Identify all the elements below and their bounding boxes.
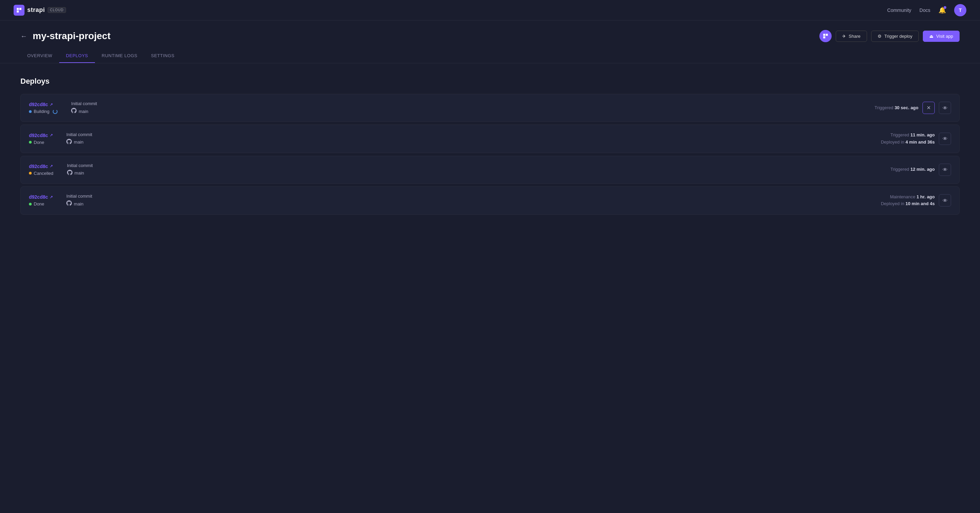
back-button[interactable]: ← xyxy=(21,33,27,40)
deploy-id-block: d92cd8c ↗ Done xyxy=(29,194,53,206)
status-text: Done xyxy=(34,140,44,145)
deploy-deployed-in-label: Deployed in 4 min and 36s xyxy=(881,140,935,145)
status-text: Cancelled xyxy=(34,171,53,176)
deploy-time: Maintenance 1 hr. ago Deployed in 10 min… xyxy=(881,194,935,208)
eye-icon: 👁 xyxy=(943,136,948,141)
commit-message: Initial commit xyxy=(66,132,92,137)
trigger-deploy-button[interactable]: ⚙ Trigger deploy xyxy=(871,31,919,42)
deploy-deployed-in-label: Deployed in 10 min and 4s xyxy=(881,201,935,206)
deploy-time: Triggered 30 sec. ago xyxy=(875,105,918,111)
view-deploy-button[interactable]: 👁 xyxy=(939,164,951,176)
github-icon xyxy=(67,170,73,176)
deploy-commit-block: Initial commit main xyxy=(67,163,93,176)
tabs: OVERVIEW DEPLOYS RUNTIME LOGS SETTINGS xyxy=(0,49,980,63)
view-deploy-button[interactable]: 👁 xyxy=(939,102,951,114)
commit-branch: main xyxy=(71,108,97,114)
external-link-icon: ↗ xyxy=(50,133,53,137)
eye-icon: 👁 xyxy=(943,198,948,203)
external-link-icon: ↗ xyxy=(50,102,53,107)
deploy-left: d92cd8c ↗ Cancelled Initial commit xyxy=(29,163,124,176)
commit-message: Initial commit xyxy=(66,194,92,199)
cloud-badge: CLOUD xyxy=(48,7,66,13)
notification-dot xyxy=(943,6,946,9)
status-dot xyxy=(29,203,32,205)
deploy-row: d92cd8c ↗ Done Initial commit xyxy=(21,186,959,215)
external-link-icon: ⏏ xyxy=(929,34,933,39)
github-icon xyxy=(71,108,76,114)
deploy-list: d92cd8c ↗ Building Initial commit xyxy=(21,94,959,214)
branch-name: main xyxy=(74,140,83,145)
status-text: Done xyxy=(34,202,44,206)
eye-icon: 👁 xyxy=(943,167,948,173)
tab-overview[interactable]: OVERVIEW xyxy=(21,49,59,63)
deploy-status: Done xyxy=(29,202,53,206)
avatar-initial: T xyxy=(959,8,962,13)
branch-name: main xyxy=(75,170,84,176)
deploy-id-link[interactable]: d92cd8c ↗ xyxy=(29,164,53,169)
deploy-status: Done xyxy=(29,140,53,145)
deploy-commit-block: Initial commit main xyxy=(66,132,92,146)
deploy-right: Triggered 12 min. ago 👁 xyxy=(891,164,951,176)
trigger-label: Triggered 12 min. ago xyxy=(891,167,935,172)
community-link[interactable]: Community xyxy=(887,8,911,13)
tab-settings[interactable]: SETTINGS xyxy=(144,49,181,63)
deploys-section-title: Deploys xyxy=(21,77,959,86)
share-button[interactable]: ✈ Share xyxy=(836,31,867,42)
tab-runtime-logs[interactable]: RUNTIME LOGS xyxy=(95,49,144,63)
deploy-right: Triggered 30 sec. ago ✕ 👁 xyxy=(875,102,951,114)
deploy-id-text: d92cd8c xyxy=(29,164,48,169)
deploy-left: d92cd8c ↗ Building Initial commit xyxy=(29,101,124,114)
status-dot xyxy=(29,141,32,144)
commit-branch: main xyxy=(66,200,92,207)
trigger-label: Maintenance 1 hr. ago xyxy=(890,194,935,199)
deploy-id-text: d92cd8c xyxy=(29,133,48,138)
topnav-left: strapi CLOUD xyxy=(14,5,66,16)
deploy-right: Triggered 11 min. ago Deployed in 4 min … xyxy=(881,132,951,146)
branch-name: main xyxy=(79,109,88,114)
user-avatar[interactable]: T xyxy=(954,4,966,16)
deploy-row: d92cd8c ↗ Done Initial commit xyxy=(21,124,959,153)
notifications-button[interactable]: 🔔 xyxy=(939,6,946,14)
docs-link[interactable]: Docs xyxy=(920,8,930,13)
commit-branch: main xyxy=(67,170,93,176)
status-text: Building xyxy=(34,109,49,114)
commit-message: Initial commit xyxy=(71,101,97,106)
commit-message: Initial commit xyxy=(67,163,93,168)
status-dot xyxy=(29,172,32,175)
deploy-status: Cancelled xyxy=(29,171,53,176)
topnav: strapi CLOUD Community Docs 🔔 T xyxy=(0,0,980,21)
project-avatar xyxy=(819,30,832,42)
building-spinner xyxy=(53,109,57,114)
logo[interactable]: strapi CLOUD xyxy=(14,5,66,16)
github-icon xyxy=(66,139,72,146)
branch-name: main xyxy=(74,202,83,206)
deploy-id-link[interactable]: d92cd8c ↗ xyxy=(29,194,53,200)
deploy-time: Triggered 12 min. ago xyxy=(891,166,935,173)
github-icon xyxy=(66,200,72,207)
strapi-logo-icon xyxy=(14,5,24,16)
external-link-icon: ↗ xyxy=(50,195,53,199)
page-title: my-strapi-project xyxy=(33,31,111,41)
deploy-id-link[interactable]: d92cd8c ↗ xyxy=(29,133,53,138)
tab-deploys[interactable]: DEPLOYS xyxy=(59,49,95,63)
deploy-id-block: d92cd8c ↗ Cancelled xyxy=(29,164,53,176)
share-label: Share xyxy=(849,34,861,39)
trigger-deploy-label: Trigger deploy xyxy=(885,34,913,39)
share-icon: ✈ xyxy=(842,34,846,39)
deploy-id-block: d92cd8c ↗ Done xyxy=(29,133,53,145)
visit-app-button[interactable]: ⏏ Visit app xyxy=(923,31,959,42)
commit-branch: main xyxy=(66,139,92,146)
page-header-left: ← my-strapi-project xyxy=(21,31,111,41)
deploy-row: d92cd8c ↗ Cancelled Initial commit xyxy=(21,156,959,184)
view-deploy-button[interactable]: 👁 xyxy=(939,194,951,206)
deploy-id-link[interactable]: d92cd8c ↗ xyxy=(29,102,57,107)
logo-text: strapi xyxy=(27,6,45,14)
deploy-id-block: d92cd8c ↗ Building xyxy=(29,102,57,114)
cancel-deploy-button[interactable]: ✕ xyxy=(923,102,935,114)
eye-icon: 👁 xyxy=(943,105,948,111)
deploy-commit-block: Initial commit main xyxy=(71,101,97,114)
trigger-deploy-icon: ⚙ xyxy=(878,34,882,39)
view-deploy-button[interactable]: 👁 xyxy=(939,133,951,145)
deploy-right: Maintenance 1 hr. ago Deployed in 10 min… xyxy=(881,194,951,208)
status-dot xyxy=(29,110,32,113)
